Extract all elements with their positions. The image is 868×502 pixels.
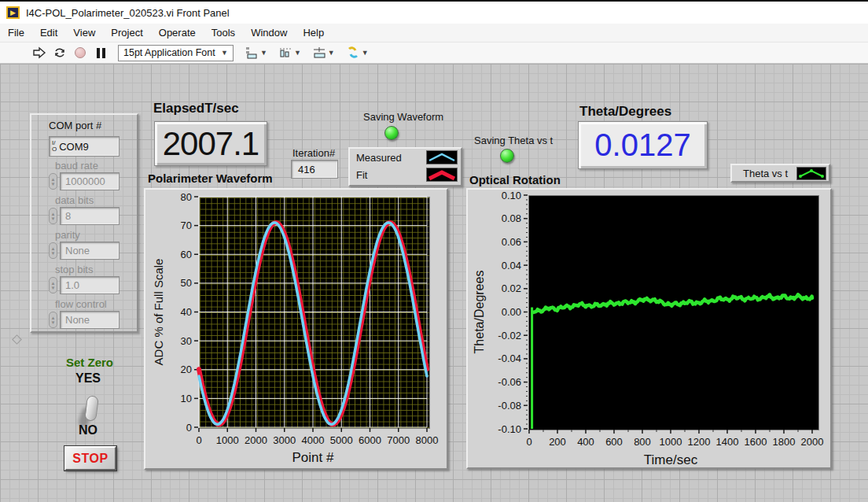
waveform-legend[interactable]: Measured Fit xyxy=(348,147,462,186)
svg-text:-0.10: -0.10 xyxy=(498,423,521,435)
labview-vi-icon: ▶ xyxy=(6,6,20,19)
theta-plot-svg: 0.100.080.060.040.020.00-0.02-0.04-0.06-… xyxy=(466,188,832,469)
com-field-value-baud-rate: 1000000 xyxy=(65,175,105,187)
menu-item-tools[interactable]: Tools xyxy=(204,24,243,41)
svg-text:1000: 1000 xyxy=(216,434,239,446)
svg-text:1000: 1000 xyxy=(660,436,682,448)
svg-text:0.06: 0.06 xyxy=(502,236,521,248)
align-objects-icon[interactable]: ▼ xyxy=(245,46,267,59)
svg-text:60: 60 xyxy=(181,249,192,260)
stop-button[interactable]: STOP xyxy=(64,446,116,471)
svg-text:50: 50 xyxy=(181,277,192,289)
svg-text:Point #: Point # xyxy=(292,450,334,465)
legend-row-fit[interactable]: Fit xyxy=(350,166,461,183)
svg-text:2000: 2000 xyxy=(801,436,824,448)
legend-measured-label: Measured xyxy=(356,152,402,164)
theta-degrees-label: Theta/Degrees xyxy=(579,104,671,120)
svg-text:0.02: 0.02 xyxy=(502,282,521,294)
svg-text:70: 70 xyxy=(181,220,192,231)
svg-text:40: 40 xyxy=(181,306,192,318)
distribute-objects-icon[interactable]: ▼ xyxy=(278,46,301,59)
com-port-combo[interactable]: I/ O COM9 xyxy=(49,136,120,157)
theta-legend[interactable]: Theta vs t xyxy=(730,164,830,183)
legend-theta-sample xyxy=(796,167,826,180)
saving-waveform-label: Saving Waveform xyxy=(363,111,443,123)
com-field-box-parity: None xyxy=(60,242,120,260)
spinner-icon-parity: ▲▼ xyxy=(49,242,57,259)
svg-text:800: 800 xyxy=(634,436,651,448)
saving-waveform-led xyxy=(384,126,399,140)
menu-item-view[interactable]: View xyxy=(65,24,103,41)
menu-item-help[interactable]: Help xyxy=(295,24,332,41)
svg-text:3000: 3000 xyxy=(273,434,296,446)
com-field-label-data-bits: data bits xyxy=(55,194,94,206)
saving-theta-label: Saving Theta vs t xyxy=(474,135,553,146)
com-port-label: COM port # xyxy=(49,120,101,131)
svg-text:1600: 1600 xyxy=(745,436,767,448)
svg-text:1400: 1400 xyxy=(716,436,739,448)
legend-row-measured[interactable]: Measured xyxy=(350,149,461,166)
com-field-box-baud-rate: 1000000 xyxy=(60,172,120,190)
run-icon[interactable] xyxy=(31,45,47,61)
set-zero-yes-label: YES xyxy=(75,371,101,386)
polarimeter-waveform-chart: 0102030405060708001000200030004000500060… xyxy=(144,188,448,470)
theta-display: 0.0127 xyxy=(578,121,708,169)
front-panel-grid: COM port # I/ O COM9 baud rate▲▼1000000d… xyxy=(0,64,868,502)
waveform-plot-svg: 0102030405060708001000200030004000500060… xyxy=(144,188,448,470)
set-zero-label: Set Zero xyxy=(66,356,113,369)
labview-front-panel-window: ▶ I4C-POL_Polarimeter_020523.vi Front Pa… xyxy=(0,0,868,502)
svg-text:30: 30 xyxy=(181,335,192,347)
spinner-icon-flow-control: ▲▼ xyxy=(49,312,57,328)
spinner-icon-data-bits: ▲▼ xyxy=(49,208,57,224)
toolbar: 15pt Application Font▼ ▼ ▼ ▼ ▼ xyxy=(0,42,868,64)
spinner-icon-baud-rate: ▲▼ xyxy=(49,173,57,190)
com-field-value-parity: None xyxy=(65,245,90,257)
com-field-value-data-bits: 8 xyxy=(65,210,71,222)
pause-icon[interactable] xyxy=(93,45,108,61)
com-field-box-data-bits: 8 xyxy=(60,207,120,225)
menu-item-operate[interactable]: Operate xyxy=(151,24,204,41)
svg-text:400: 400 xyxy=(577,436,594,448)
com-field-box-flow-control: None xyxy=(60,311,120,329)
svg-text:4000: 4000 xyxy=(302,434,325,446)
svg-text:0.00: 0.00 xyxy=(502,306,521,318)
font-selector[interactable]: 15pt Application Font▼ xyxy=(118,45,234,61)
svg-text:600: 600 xyxy=(605,436,623,448)
svg-text:Theta/Degrees: Theta/Degrees xyxy=(473,271,486,354)
reorder-icon[interactable]: ▼ xyxy=(346,46,369,59)
svg-text:0.08: 0.08 xyxy=(502,212,521,224)
svg-text:10: 10 xyxy=(181,393,192,404)
svg-text:200: 200 xyxy=(549,436,566,448)
svg-text:-0.08: -0.08 xyxy=(498,400,521,412)
svg-text:6000: 6000 xyxy=(359,434,381,446)
svg-text:7000: 7000 xyxy=(387,434,410,446)
set-zero-no-label: NO xyxy=(79,423,97,437)
com-port-value: COM9 xyxy=(59,141,89,153)
stop-button-label: STOP xyxy=(72,452,108,466)
svg-text:0: 0 xyxy=(526,436,531,448)
menu-item-file[interactable]: File xyxy=(0,24,32,41)
com-field-label-flow-control: flow control xyxy=(55,298,107,310)
theta-value: 0.0127 xyxy=(594,127,690,163)
elapsed-display: 2007.1 xyxy=(154,121,267,166)
menu-item-window[interactable]: Window xyxy=(243,24,295,41)
svg-text:-0.02: -0.02 xyxy=(498,330,521,341)
com-field-label-baud-rate: baud rate xyxy=(55,160,98,172)
com-field-value-flow-control: None xyxy=(65,314,90,326)
svg-text:2000: 2000 xyxy=(245,434,267,446)
svg-text:0.04: 0.04 xyxy=(502,260,521,271)
abort-icon xyxy=(72,45,88,61)
svg-text:ADC % of Full Scale: ADC % of Full Scale xyxy=(152,259,165,366)
resize-objects-icon[interactable]: ▼ xyxy=(312,46,335,59)
waveform-chart-title: Polarimeter Waveform xyxy=(148,172,273,185)
menu-item-project[interactable]: Project xyxy=(103,24,150,41)
window-title: I4C-POL_Polarimeter_020523.vi Front Pane… xyxy=(26,7,230,19)
svg-text:0: 0 xyxy=(196,434,201,446)
menu-item-edit[interactable]: Edit xyxy=(32,24,65,41)
run-continuous-icon[interactable] xyxy=(52,45,68,61)
title-bar: ▶ I4C-POL_Polarimeter_020523.vi Front Pa… xyxy=(0,2,868,24)
com-port-cluster: COM port # I/ O COM9 baud rate▲▼1000000d… xyxy=(30,113,138,333)
toggle-lever xyxy=(84,395,99,422)
svg-text:1800: 1800 xyxy=(773,436,796,448)
svg-text:1200: 1200 xyxy=(688,436,711,448)
